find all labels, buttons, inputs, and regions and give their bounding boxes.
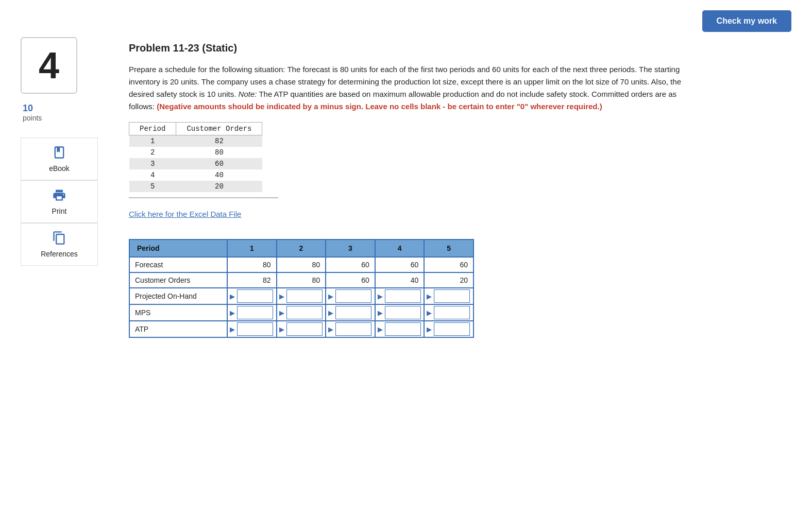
arrow-icon-r4-c1: ▶ [279,325,284,333]
mps-cell-r4-c1[interactable]: ▶ [277,321,326,337]
mps-input-r3-c4[interactable] [434,306,470,319]
mps-input-r3-c0[interactable] [237,306,273,319]
points-value: 10 [23,103,42,114]
arrow-icon-r2-c0: ▶ [230,293,235,300]
mps-input-r2-c3[interactable] [385,289,421,303]
mps-cell-r4-c2[interactable]: ▶ [326,321,375,337]
mps-cell-r2-c0[interactable]: ▶ [227,288,277,304]
question-number-box: 4 [21,37,77,94]
mps-input-r4-c4[interactable] [434,322,470,336]
mps-table: Period12345 Forecast8080606060Customer O… [129,239,474,338]
mps-row-label-1: Customer Orders [129,272,227,288]
customer-order-value-2: 80 [176,147,262,158]
mps-col-header-1: 1 [227,239,277,257]
mps-input-r4-c0[interactable] [237,322,273,336]
problem-description: Prepare a schedule for the following sit… [129,63,696,113]
arrow-icon-r4-c4: ▶ [427,325,432,333]
arrow-icon-r2-c4: ▶ [427,293,432,300]
mps-cell-r3-c0[interactable]: ▶ [227,304,277,321]
sidebar: 4 10 points eBook [21,37,113,338]
mps-input-r3-c2[interactable] [335,306,371,319]
top-bar: Check my work [21,10,791,32]
customer-order-period-5: 5 [129,181,176,192]
mps-input-r4-c2[interactable] [335,322,371,336]
mps-cell-r3-c1[interactable]: ▶ [277,304,326,321]
mps-cell-r1-c2: 60 [326,272,375,288]
mps-cell-r4-c0[interactable]: ▶ [227,321,277,337]
description-note: Note: [239,90,257,98]
mps-row-0: Forecast8080606060 [129,257,473,272]
print-label: Print [52,207,67,215]
mps-cell-r2-c4[interactable]: ▶ [424,288,473,304]
arrow-icon-r3-c0: ▶ [230,309,235,317]
customer-order-period-2: 2 [129,147,176,158]
mps-col-header-0: Period [129,239,227,257]
arrow-icon-r4-c3: ▶ [378,325,383,333]
mps-input-r2-c0[interactable] [237,289,273,303]
mps-col-header-3: 3 [326,239,375,257]
customer-order-period-1: 1 [129,135,176,147]
mps-cell-r2-c3[interactable]: ▶ [375,288,425,304]
customer-order-period-4: 4 [129,169,176,181]
mps-cell-r1-c0: 82 [227,272,277,288]
table-bottom-line [129,197,278,198]
customer-order-period-3: 3 [129,158,176,169]
arrow-icon-r3-c4: ▶ [427,309,432,317]
mps-input-r4-c1[interactable] [286,322,323,336]
mps-row-4: ATP▶▶▶▶▶ [129,321,473,337]
references-label: References [41,250,78,258]
points-section: 10 points [23,103,42,122]
mps-row-label-4: ATP [129,321,227,337]
mps-input-r3-c3[interactable] [385,306,421,319]
mps-cell-r0-c0: 80 [227,257,277,272]
mps-input-r2-c4[interactable] [434,289,470,303]
excel-link[interactable]: Click here for the Excel Data File [129,210,241,218]
mps-input-r2-c1[interactable] [286,289,323,303]
arrow-icon-r3-c3: ▶ [378,309,383,317]
check-my-work-button[interactable]: Check my work [702,10,791,32]
print-button[interactable]: Print [21,180,98,223]
mps-cell-r0-c1: 80 [277,257,326,272]
description-red: (Negative amounts should be indicated by… [157,102,602,111]
mps-row-label-2: Projected On-Hand [129,288,227,304]
ebook-label: eBook [49,164,70,173]
mps-cell-r1-c4: 20 [424,272,473,288]
mps-cell-r2-c1[interactable]: ▶ [277,288,326,304]
arrow-icon-r3-c1: ▶ [279,309,284,317]
ebook-button[interactable]: eBook [21,138,98,180]
col-period-header: Period [129,123,176,135]
references-icon [52,231,66,247]
ebook-icon [52,145,66,161]
mps-cell-r3-c3[interactable]: ▶ [375,304,425,321]
arrow-icon-r4-c2: ▶ [328,325,333,333]
mps-row-3: MPS▶▶▶▶▶ [129,304,473,321]
arrow-icon-r2-c2: ▶ [328,293,333,300]
mps-cell-r4-c3[interactable]: ▶ [375,321,425,337]
sidebar-buttons: eBook Print Refere [21,138,98,266]
mps-input-r3-c1[interactable] [286,306,323,319]
mps-cell-r3-c4[interactable]: ▶ [424,304,473,321]
customer-orders-table: Period Customer Orders 182280360440520 [129,122,262,192]
problem-title: Problem 11-23 (Static) [129,42,791,54]
mps-input-r4-c3[interactable] [385,322,421,336]
mps-col-header-4: 4 [375,239,425,257]
mps-cell-r4-c4[interactable]: ▶ [424,321,473,337]
arrow-icon-r2-c1: ▶ [279,293,284,300]
customer-order-value-5: 20 [176,181,262,192]
customer-order-value-3: 60 [176,158,262,169]
mps-cell-r1-c1: 80 [277,272,326,288]
mps-cell-r0-c3: 60 [375,257,425,272]
mps-cell-r0-c2: 60 [326,257,375,272]
mps-input-r2-c2[interactable] [335,289,371,303]
mps-cell-r0-c4: 60 [424,257,473,272]
mps-cell-r2-c2[interactable]: ▶ [326,288,375,304]
mps-cell-r3-c2[interactable]: ▶ [326,304,375,321]
col-orders-header: Customer Orders [176,123,262,135]
mps-row-2: Projected On-Hand▶▶▶▶▶ [129,288,473,304]
arrow-icon-r3-c2: ▶ [328,309,333,317]
mps-row-1: Customer Orders8280604020 [129,272,473,288]
mps-table-wrapper: Period12345 Forecast8080606060Customer O… [129,239,791,338]
mps-row-label-0: Forecast [129,257,227,272]
references-button[interactable]: References [21,223,98,266]
mps-cell-r1-c3: 40 [375,272,425,288]
